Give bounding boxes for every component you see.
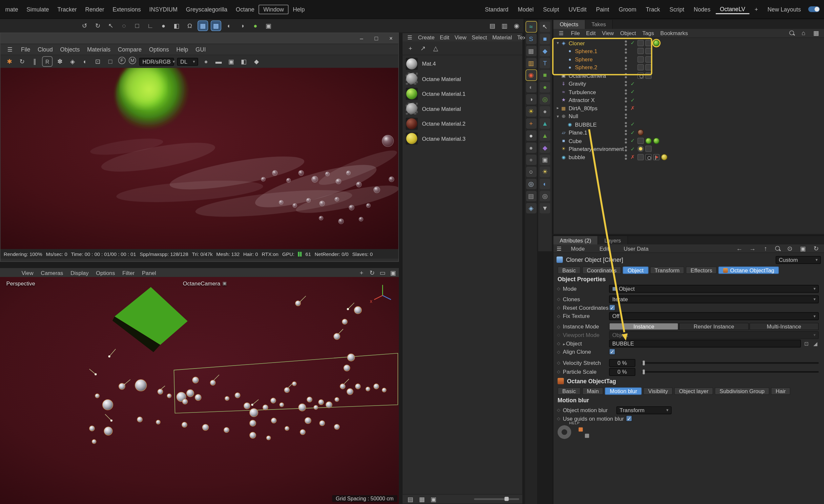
object-row-null[interactable]: ▾⊕Null [555,112,824,120]
volume-icon[interactable]: ● [540,106,550,117]
visibility-dots[interactable] [625,130,628,135]
tag-tag[interactable] [645,48,651,54]
layout-keys-a-icon[interactable]: ▤ [488,21,497,30]
object-row-cloner[interactable]: ▾◈Cloner✓ [555,39,824,47]
lv-menu-options[interactable]: Options [145,45,173,53]
layout-new-layouts[interactable]: New Layouts [763,5,805,13]
grid-snap-icon[interactable]: ▦ [198,21,208,30]
camera-toggle-icon[interactable]: ▣ [222,281,227,286]
visibility-dots[interactable] [625,122,628,127]
tag-cam-tag[interactable] [637,73,644,79]
slider-handle[interactable] [643,360,644,365]
preset-dropdown[interactable]: Custom ▾ [776,256,821,264]
tag-tag[interactable] [637,40,644,46]
om-menu-edit[interactable]: Edit [583,30,599,36]
shade-b-icon[interactable]: ◑ [237,21,247,30]
om-menu-bookmarks[interactable]: Bookmarks [657,30,691,36]
om-menu-view[interactable]: View [599,30,617,36]
clones-dropdown[interactable]: Iterate ▾ [609,295,819,303]
fix-texture-dropdown[interactable]: Off ▾ [609,312,819,320]
tag-tab-subdivision-group[interactable]: Subdivision Group [715,388,769,395]
object-row-plane-1[interactable]: ▱Plane.1✓ [555,129,824,137]
anim-dot[interactable]: ◇ [557,416,561,421]
object-row-attractor-x[interactable]: ★Attractor X✓ [555,96,824,104]
tag-cam-tag[interactable] [645,154,651,160]
live-select-icon[interactable]: ◌ [119,21,129,30]
post-effects-icon[interactable]: ◧ [239,57,249,66]
anim-dot[interactable]: ◇ [557,341,561,345]
focus-picker-icon[interactable]: F [118,57,125,64]
shade-light-icon[interactable]: ◑ [526,94,536,105]
realtime-render-icon[interactable]: R [43,57,52,66]
tab-transform[interactable]: Transform [650,267,684,274]
render-mode-dropdown[interactable]: DL ▾ [177,58,198,65]
anim-dot[interactable]: ◇ [557,349,561,354]
reset-coordinates-checkbox[interactable]: ✓ [609,304,615,311]
material-item-octane-material-3-5[interactable]: Octane Material.3 [403,131,522,146]
hamburger-icon[interactable]: ☰ [557,245,561,251]
tag-tag[interactable] [645,56,651,62]
hamburger-icon[interactable]: ☰ [555,30,566,36]
tab-basic[interactable]: Basic [558,267,581,274]
menu-extensions[interactable]: Extensions [108,5,145,13]
tab-objects[interactable]: Objects [553,20,585,29]
velocity-stretch-slider[interactable] [642,362,819,364]
record-icon[interactable]: ◉ [512,21,521,30]
layout-octanelv[interactable]: OctaneLV [716,5,749,14]
target-tool-icon[interactable]: ◎ [540,191,550,201]
use-guides-checkbox[interactable]: ✓ [626,415,632,422]
material-menu-select[interactable]: Select [469,34,490,40]
shade-a-icon[interactable]: ◐ [224,21,234,30]
menu-mate[interactable]: mate [1,5,22,13]
menu-greyscalegorilla[interactable]: Greyscalegorilla [182,5,232,13]
menu-tracker[interactable]: Tracker [53,5,81,13]
layout-track[interactable]: Track [642,5,664,13]
tex-green-tag[interactable] [645,137,651,144]
compass-icon[interactable]: ◈ [526,203,536,213]
object-row-turbulence[interactable]: ≈Turbulence✓ [555,88,824,96]
printer-icon[interactable]: ▤ [526,191,536,201]
thumbnail-size-slider[interactable] [474,498,519,500]
view-label[interactable]: Perspective [6,280,35,287]
expand-arrow-icon[interactable]: ▾ [555,114,560,118]
lv-menu-gui[interactable]: GUI [192,45,210,53]
object-row-sphere-2[interactable]: ●Sphere.2 [555,63,824,72]
tex-green-hl-tag[interactable] [653,40,659,46]
object-row-sphere[interactable]: ●Sphere [555,55,824,63]
menu-render[interactable]: Render [81,5,108,13]
pin-icon[interactable]: ⊙ [785,244,795,253]
xparticles-icon[interactable]: ≈ [526,22,536,32]
enabled-check-icon[interactable]: ✓ [629,89,636,95]
filter-home-icon[interactable]: ⌂ [799,28,808,38]
maximize-button[interactable]: □ [369,33,384,43]
tag-tag[interactable] [645,64,651,71]
tab-effectors[interactable]: Effectors [686,267,717,274]
visibility-dots[interactable] [625,89,628,95]
material-menu-material[interactable]: Material [490,34,515,40]
character-icon[interactable]: ◆ [540,142,550,153]
visibility-dots[interactable] [625,57,628,62]
grid-view-icon[interactable]: ▦ [417,495,427,504]
attr-menu-edit[interactable]: Edit [595,244,613,253]
lv-menu-objects[interactable]: Objects [57,45,83,53]
eyedropper-icon[interactable]: ◢ [812,340,819,346]
layout-script[interactable]: Script [665,5,689,13]
layout-standard[interactable]: Standard [481,5,512,13]
object-link-field[interactable]: BUBBLE [609,339,801,347]
visibility-dots[interactable] [625,113,628,119]
light-tool-icon[interactable]: ☀ [540,167,550,177]
tag-tag[interactable] [637,154,644,160]
tab-attributes-2[interactable]: Attributes (2) [553,236,598,245]
anim-dot[interactable]: ◇ [557,408,561,412]
object-row-bubble[interactable]: ◉BUBBLE✓ [555,120,824,129]
material-item-octane-material-1[interactable]: Octane Material [403,71,522,86]
menu-help[interactable]: Help [289,5,309,13]
tag-tag[interactable] [645,146,651,152]
object-row-cube[interactable]: ■Cube✓ [555,137,824,145]
object-row-octanecamera[interactable]: ▣OctaneCamera [555,72,824,80]
material-item-mat-4-0[interactable]: Mat.4 [403,56,522,71]
viewport-menu-cameras[interactable]: Cameras [37,269,67,276]
lv-menu-materials[interactable]: Materials [83,45,114,53]
camera-label[interactable]: OctaneCamera ▣ [183,280,227,287]
enabled-check-icon[interactable]: ✓ [629,130,636,135]
